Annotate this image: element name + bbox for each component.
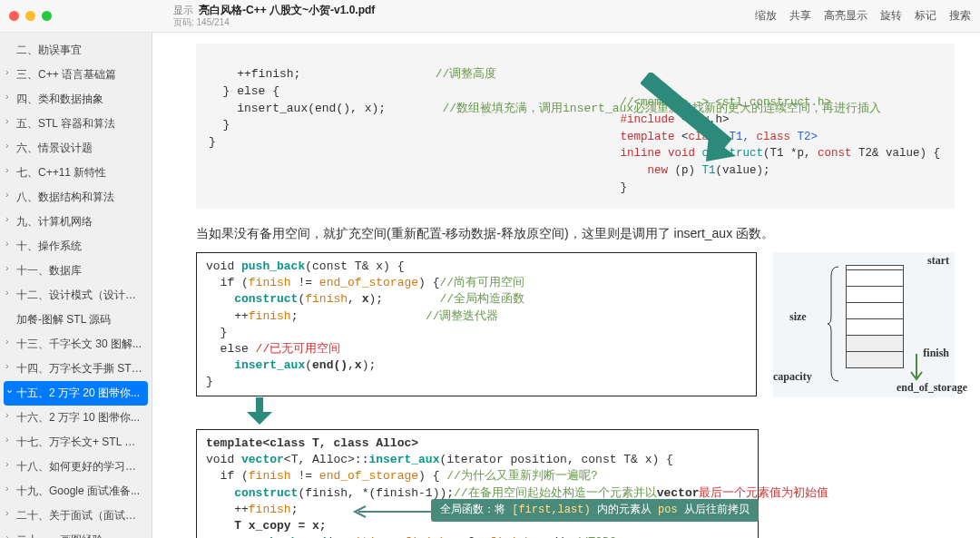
sidebar-item[interactable]: 四、类和数据抽象: [0, 87, 152, 112]
share-button[interactable]: 共享: [789, 8, 811, 24]
code-snippet-right: //<memory> -> <stl_construct.h> #include…: [620, 94, 940, 197]
markup-button[interactable]: 标记: [915, 8, 936, 24]
mode-label: 显示: [173, 5, 193, 16]
pdf-content[interactable]: ++finish; //调整高度 } else { insert_aux(end…: [152, 33, 980, 538]
sidebar-item[interactable]: 二十一、画图经验: [0, 528, 152, 538]
diag-label-start: start: [927, 254, 949, 268]
maximize-icon[interactable]: [42, 11, 52, 21]
sidebar-item[interactable]: 十一、数据库: [0, 259, 152, 283]
sidebar-item[interactable]: 五、STL 容器和算法: [0, 112, 152, 136]
sidebar-item[interactable]: 八、数据结构和算法: [0, 185, 152, 210]
diag-label-size: size: [789, 310, 807, 324]
paragraph: 当如果没有备用空间，就扩充空间(重新配置-移动数据-释放原空间)，这里则是调用了…: [196, 223, 955, 243]
sidebar-item[interactable]: 九、计算机网络: [0, 210, 152, 234]
sidebar-item[interactable]: 十七、万字长文+ STL 算...: [0, 430, 152, 455]
code-line: insert_aux(end(), x);: [209, 102, 386, 115]
page-info: 页码: 145/214: [173, 17, 375, 28]
sidebar-item[interactable]: 十三、千字长文 30 图解...: [0, 332, 152, 357]
highlight-button[interactable]: 高亮显示: [824, 8, 867, 24]
code-line: } else {: [209, 84, 279, 98]
window-controls: [9, 11, 52, 21]
arrow-down-icon: [241, 396, 278, 426]
arrow-down-icon: [907, 352, 926, 385]
sidebar-item[interactable]: 二、勘误事宜: [0, 38, 152, 63]
sidebar-item[interactable]: 六、情景设计题: [0, 136, 152, 161]
search-button[interactable]: 搜索: [949, 8, 971, 24]
sidebar-item[interactable]: 十二、设计模式（设计和...: [0, 283, 152, 308]
code-block-top: ++finish; //调整高度 } else { insert_aux(end…: [196, 44, 955, 209]
sidebar-item[interactable]: 十、操作系统: [0, 234, 152, 259]
toolbar-right: 缩放 共享 高亮显示 旋转 标记 搜索: [755, 8, 971, 24]
document-title: 亮白风格-C++ 八股文~小贺-v1.0.pdf: [199, 5, 375, 17]
zoom-button[interactable]: 缩放: [755, 8, 777, 24]
callout-box: 全局函数：将 [first,last) 内的元素从 pos 从后往前拷贝: [431, 499, 759, 522]
brace-icon: [826, 265, 842, 383]
callout-arrow-icon: [351, 504, 433, 519]
sidebar-item[interactable]: 二十、关于面试（面试经...: [0, 504, 152, 528]
diag-label-finish: finish: [923, 347, 949, 360]
rotate-button[interactable]: 旋转: [880, 8, 902, 24]
sidebar-item[interactable]: 七、C++11 新特性: [0, 161, 152, 185]
title-block: 显示 亮白风格-C++ 八股文~小贺-v1.0.pdf 页码: 145/214: [173, 5, 375, 27]
diag-label-capacity: capacity: [773, 370, 812, 384]
outline-sidebar[interactable]: 二、勘误事宜三、C++ 语言基础篇四、类和数据抽象五、STL 容器和算法六、情景…: [0, 33, 152, 538]
sidebar-item[interactable]: 十四、万字长文手撕 STL...: [0, 357, 152, 381]
code-block-insert-aux: template<class T, class Alloc> void vect…: [196, 429, 759, 538]
code-line: }: [209, 135, 216, 149]
minimize-icon[interactable]: [25, 11, 35, 21]
sidebar-item[interactable]: 十九、Google 面试准备...: [0, 479, 152, 504]
code-comment: //调整高度: [436, 67, 497, 81]
sidebar-item[interactable]: 十六、2 万字 10 图带你...: [0, 406, 152, 430]
vector-diagram: start size finish capacity end_of_storag…: [773, 252, 955, 397]
sidebar-item[interactable]: 十五、2 万字 20 图带你...: [4, 381, 148, 406]
close-icon[interactable]: [9, 11, 19, 21]
code-line: }: [209, 118, 230, 132]
sidebar-item[interactable]: 加餐-图解 STL 源码: [0, 308, 152, 332]
code-block-push-back: void push_back(const T& x) { if (finish …: [196, 252, 757, 397]
titlebar: 显示 亮白风格-C++ 八股文~小贺-v1.0.pdf 页码: 145/214 …: [0, 0, 980, 33]
sidebar-item[interactable]: 三、C++ 语言基础篇: [0, 63, 152, 87]
sidebar-item[interactable]: 十八、如何更好的学习一...: [0, 455, 152, 479]
code-line: ++finish;: [209, 67, 300, 81]
